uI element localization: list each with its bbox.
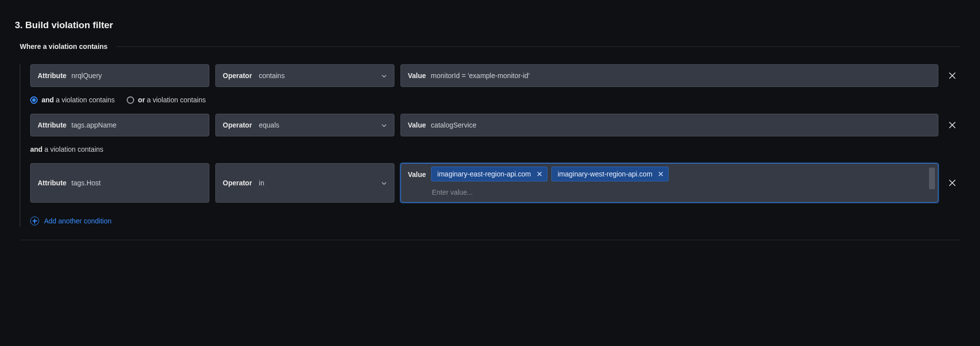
condition-row: Attribute tags.appName Operator equals V… — [30, 114, 960, 136]
attribute-field[interactable]: Attribute nrqlQuery — [30, 64, 209, 87]
section-title: 3. Build violation filter — [15, 20, 965, 31]
value-text: monitorId = 'example-monitor-id' — [431, 72, 530, 80]
logic-static-rest: a violation contains — [43, 145, 103, 153]
value-field[interactable]: Value catalogService — [400, 114, 938, 136]
add-condition-button[interactable]: Add another condition — [30, 216, 111, 225]
chevron-down-icon — [381, 122, 387, 128]
attribute-value: nrqlQuery — [71, 72, 101, 80]
logic-static-strong: and — [30, 145, 43, 153]
attribute-label: Attribute — [38, 179, 66, 187]
logic-static-label: and a violation contains — [30, 145, 960, 153]
value-multiselect-field[interactable]: Value imaginary-east-region-api.com imag… — [400, 163, 938, 203]
radio-unchecked-icon — [127, 96, 134, 104]
operator-label: Operator — [223, 121, 252, 129]
plus-circle-icon — [30, 216, 39, 225]
fieldset-legend: Where a violation contains — [20, 43, 960, 50]
operator-value: in — [259, 179, 264, 187]
tag-text: imaginary-west-region-api.com — [558, 170, 652, 178]
condition-row: Attribute nrqlQuery Operator contains Va… — [30, 64, 960, 87]
tag-text: imaginary-east-region-api.com — [438, 170, 531, 178]
logic-and-rest: a violation contains — [54, 96, 115, 104]
radio-checked-icon — [30, 96, 38, 104]
logic-selector: and a violation contains or a violation … — [30, 96, 960, 104]
chevron-down-icon — [381, 180, 387, 186]
logic-or-strong: or — [138, 96, 145, 104]
operator-field[interactable]: Operator equals — [215, 114, 394, 136]
operator-label: Operator — [223, 72, 252, 80]
chevron-down-icon — [381, 73, 387, 79]
filter-fieldset: Where a violation contains Attribute nrq… — [15, 43, 965, 253]
remove-condition-button[interactable] — [944, 64, 960, 87]
operator-value: equals — [259, 121, 279, 129]
operator-field[interactable]: Operator in — [215, 163, 394, 203]
conditions-list: Attribute nrqlQuery Operator contains Va… — [20, 64, 960, 227]
operator-field[interactable]: Operator contains — [215, 64, 394, 87]
attribute-field[interactable]: Attribute tags.Host — [30, 163, 209, 203]
remove-tag-button[interactable] — [657, 171, 664, 177]
logic-and-strong: and — [42, 96, 54, 104]
remove-tag-button[interactable] — [536, 171, 543, 177]
attribute-value: tags.appName — [71, 121, 116, 129]
attribute-value: tags.Host — [71, 179, 100, 187]
divider — [20, 240, 960, 240]
tags-area: imaginary-east-region-api.com imaginary-… — [431, 166, 931, 200]
remove-condition-button[interactable] — [944, 163, 960, 203]
value-text: catalogService — [431, 121, 477, 129]
divider — [116, 46, 960, 47]
logic-or-rest: a violation contains — [145, 96, 206, 104]
condition-row: Attribute tags.Host Operator in Value im… — [30, 163, 960, 203]
fieldset-legend-text: Where a violation contains — [20, 43, 116, 50]
operator-label: Operator — [223, 179, 252, 187]
add-condition-label: Add another condition — [44, 217, 111, 225]
value-field[interactable]: Value monitorId = 'example-monitor-id' — [400, 64, 938, 87]
attribute-field[interactable]: Attribute tags.appName — [30, 114, 209, 136]
attribute-label: Attribute — [38, 121, 66, 129]
operator-value: contains — [259, 72, 285, 80]
value-input[interactable] — [431, 185, 931, 199]
value-label: Value — [408, 72, 426, 80]
logic-or-option[interactable]: or a violation contains — [127, 96, 206, 104]
value-label: Value — [408, 166, 426, 178]
value-tag: imaginary-west-region-api.com — [551, 167, 669, 181]
remove-condition-button[interactable] — [944, 114, 960, 136]
attribute-label: Attribute — [38, 72, 66, 80]
logic-and-option[interactable]: and a violation contains — [30, 96, 115, 104]
scrollbar-thumb[interactable] — [929, 168, 935, 189]
value-tag: imaginary-east-region-api.com — [431, 167, 547, 181]
value-label: Value — [408, 121, 426, 129]
